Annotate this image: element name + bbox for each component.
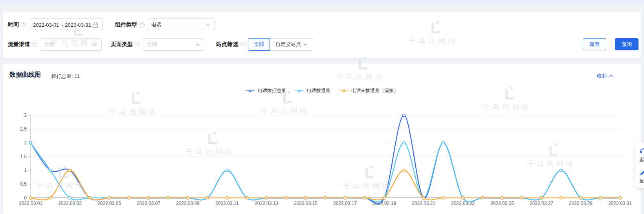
help-icon[interactable]: ? bbox=[32, 42, 37, 47]
svg-text:2022.03.13: 2022.03.13 bbox=[255, 201, 278, 206]
traffic-channel-value: 全部 bbox=[44, 41, 54, 48]
help-icon[interactable]: ? bbox=[240, 42, 246, 47]
filter-panel: 时间 ? 2022-03-01 ~ 2022-03-31 组件类型 ? 电话 流… bbox=[3, 12, 641, 58]
svg-text:2022.03.27: 2022.03.27 bbox=[530, 201, 553, 206]
svg-text:2022.03.29: 2022.03.29 bbox=[569, 201, 593, 206]
svg-text:2022.03.03: 2022.03.03 bbox=[58, 201, 82, 206]
svg-text:2022.03.21: 2022.03.21 bbox=[412, 201, 435, 206]
svg-text:2: 2 bbox=[24, 140, 27, 146]
component-type-select[interactable]: 电话 bbox=[147, 18, 215, 31]
reset-button[interactable]: 重置 bbox=[583, 38, 606, 50]
chevron-down-icon bbox=[206, 23, 210, 27]
feedback-button[interactable]: 反馈 bbox=[639, 168, 644, 184]
query-button[interactable]: 查询 bbox=[615, 38, 638, 50]
chevron-down-icon bbox=[196, 42, 200, 47]
svg-text:3: 3 bbox=[24, 113, 27, 118]
component-type-label: 组件类型 bbox=[115, 21, 137, 28]
pen-icon bbox=[639, 168, 644, 176]
date-range-value: 2022-03-01 ~ 2022-03-31 bbox=[33, 22, 91, 28]
data-curve-panel: 数据曲线图 拨打总量: 11 收起 电话拨打总量 电话拨通量 电话未拨通量（漏接… bbox=[3, 64, 641, 214]
site-custom-label: 自定义站点 bbox=[275, 41, 301, 48]
traffic-channel-label: 流量渠道 bbox=[8, 41, 30, 48]
site-all-button[interactable]: 全部 bbox=[248, 38, 270, 51]
help-icon[interactable]: ? bbox=[139, 22, 145, 28]
svg-text:2022.03.01: 2022.03.01 bbox=[19, 201, 42, 206]
date-range-input[interactable]: 2022-03-01 ~ 2022-03-31 bbox=[29, 18, 103, 31]
svg-text:2022.03.09: 2022.03.09 bbox=[176, 201, 200, 206]
page-type-label: 页面类型 bbox=[111, 41, 133, 48]
headset-icon bbox=[639, 147, 644, 155]
svg-text:0: 0 bbox=[24, 195, 27, 201]
traffic-channel-select[interactable]: 全部 bbox=[40, 38, 102, 51]
svg-text:2.5: 2.5 bbox=[20, 126, 27, 132]
site-filter-label: 站点筛选 bbox=[216, 41, 238, 48]
svg-text:2022.03.15: 2022.03.15 bbox=[294, 201, 317, 206]
customer-service-button[interactable]: 客服 bbox=[639, 147, 644, 163]
customer-service-label: 客服 bbox=[639, 157, 644, 163]
svg-text:2022.03.11: 2022.03.11 bbox=[215, 201, 239, 206]
calendar-icon[interactable] bbox=[92, 22, 98, 28]
svg-text:2022.03.07: 2022.03.07 bbox=[137, 201, 160, 206]
help-icon[interactable]: ? bbox=[135, 42, 140, 47]
page-type-value: 全部 bbox=[147, 41, 157, 48]
page-type-select[interactable]: 全部 bbox=[143, 38, 204, 51]
svg-text:2022.03.31: 2022.03.31 bbox=[608, 201, 632, 206]
svg-text:1: 1 bbox=[24, 168, 27, 173]
svg-text:2022.03.05: 2022.03.05 bbox=[97, 201, 121, 206]
help-icon[interactable]: ? bbox=[21, 22, 26, 28]
svg-text:1.5: 1.5 bbox=[20, 154, 27, 159]
top-strip bbox=[0, 0, 644, 6]
site-custom-button[interactable]: 自定义站点 bbox=[270, 38, 313, 51]
float-side-widget: 客服 反馈 bbox=[635, 142, 644, 188]
svg-text:2022.03.25: 2022.03.25 bbox=[490, 201, 514, 206]
component-type-value: 电话 bbox=[151, 21, 161, 28]
site-filter-segmented: 全部 自定义站点 bbox=[248, 38, 313, 51]
chevron-down-icon bbox=[93, 42, 97, 47]
line-chart-plot[interactable]: 00.511.522.532022.03.012022.03.032022.03… bbox=[3, 64, 641, 214]
feedback-label: 反馈 bbox=[639, 178, 644, 184]
svg-text:2022.03.17: 2022.03.17 bbox=[333, 201, 357, 206]
chevron-down-icon bbox=[303, 42, 307, 46]
time-filter-label: 时间 bbox=[8, 21, 19, 28]
svg-text:0.5: 0.5 bbox=[20, 181, 27, 187]
